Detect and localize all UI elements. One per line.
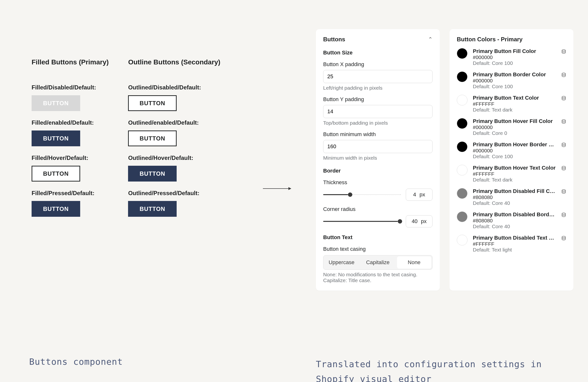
thickness-value-box[interactable]: 4 px <box>406 189 433 201</box>
outlined-enabled-button[interactable]: BUTTON <box>128 130 177 146</box>
color-swatch[interactable] <box>457 235 467 245</box>
filled-hover-label: Filled/Hover/Default: <box>32 154 88 161</box>
color-name: Primary Button Border Color <box>473 71 556 78</box>
database-icon[interactable] <box>561 166 566 170</box>
panel1-title: Buttons <box>323 36 345 43</box>
color-swatch[interactable] <box>457 71 467 82</box>
color-swatch[interactable] <box>457 48 467 59</box>
border-header: Border <box>323 168 433 174</box>
color-default: Default: Core 100 <box>473 84 556 89</box>
outline-title: Outline Buttons (Secondary) <box>128 58 220 66</box>
svg-point-4 <box>562 143 566 144</box>
filled-title: Filled Buttons (Primary) <box>32 58 109 66</box>
color-row[interactable]: Primary Button Disabled Fill Co…#808080D… <box>457 188 566 206</box>
database-icon[interactable] <box>561 49 566 54</box>
color-name: Primary Button Disabled Text … <box>473 235 556 241</box>
color-name: Primary Button Hover Text Color <box>473 165 556 171</box>
filled-enabled-label: Filled/enabled/Default: <box>32 119 94 126</box>
color-swatch[interactable] <box>457 188 467 199</box>
color-row[interactable]: Primary Button Hover Fill Color#000000De… <box>457 118 566 136</box>
color-swatch[interactable] <box>457 165 467 175</box>
radius-label: Corner radius <box>323 206 433 212</box>
button-text-header: Button Text <box>323 234 433 241</box>
svg-point-6 <box>562 190 566 191</box>
radius-value-box[interactable]: 40 px <box>406 215 433 228</box>
outlined-enabled-label: Outlined/enabled/Default: <box>128 119 199 126</box>
color-default: Default: Text dark <box>473 107 556 113</box>
color-swatch[interactable] <box>457 118 467 129</box>
radius-slider[interactable] <box>323 219 401 224</box>
database-icon[interactable] <box>561 72 566 77</box>
thickness-slider[interactable] <box>323 192 401 197</box>
color-swatch[interactable] <box>457 212 467 222</box>
casing-option-none[interactable]: None <box>397 256 431 269</box>
outline-column: Outline Buttons (Secondary) Outlined/Dis… <box>128 58 220 217</box>
casing-segmented-control[interactable]: Uppercase Capitalize None <box>323 255 433 270</box>
filled-disabled-label: Filled/Disabled/Default: <box>32 84 96 91</box>
color-row[interactable]: Primary Button Text Color#FFFFFFDefault:… <box>457 95 566 113</box>
casing-label: Button text casing <box>323 246 433 252</box>
database-icon[interactable] <box>561 212 566 217</box>
filled-pressed-button[interactable]: BUTTON <box>32 201 80 217</box>
color-swatch[interactable] <box>457 95 467 106</box>
color-default: Default: Core 0 <box>473 130 556 136</box>
outlined-pressed-label: Outlined/Pressed/Default: <box>128 190 199 197</box>
y-padding-input[interactable] <box>323 105 433 118</box>
color-meta: Primary Button Hover Fill Color#000000De… <box>473 118 556 136</box>
color-hex: #FFFFFF <box>473 101 556 107</box>
outlined-hover-button[interactable]: BUTTON <box>128 166 177 182</box>
color-meta: Primary Button Disabled Borde…#808080Def… <box>473 212 556 229</box>
database-icon[interactable] <box>561 142 566 147</box>
color-row[interactable]: Primary Button Disabled Text …#FFFFFFDef… <box>457 235 566 253</box>
color-hex: #808080 <box>473 194 556 200</box>
color-default: Default: Core 40 <box>473 200 556 206</box>
casing-option-capitalize[interactable]: Capitalize <box>360 256 395 269</box>
min-width-label: Button minimum width <box>323 131 433 138</box>
color-row[interactable]: Primary Button Hover Text Color#FFFFFFDe… <box>457 165 566 183</box>
casing-option-uppercase[interactable]: Uppercase <box>324 256 359 269</box>
database-icon[interactable] <box>561 236 566 241</box>
database-icon[interactable] <box>561 119 566 124</box>
x-padding-help: Left/right padding in pixels <box>323 85 433 91</box>
x-padding-input[interactable] <box>323 70 433 83</box>
color-default: Default: Core 100 <box>473 154 556 159</box>
color-swatch[interactable] <box>457 141 467 152</box>
color-meta: Primary Button Fill Color#000000Default:… <box>473 48 556 66</box>
min-width-input[interactable] <box>323 140 433 153</box>
database-icon[interactable] <box>561 96 566 101</box>
svg-point-2 <box>562 96 566 98</box>
color-meta: Primary Button Disabled Text …#FFFFFFDef… <box>473 235 556 253</box>
color-meta: Primary Button Disabled Fill Co…#808080D… <box>473 188 556 206</box>
outlined-pressed-button[interactable]: BUTTON <box>128 201 177 217</box>
y-padding-label: Button Y padding <box>323 96 433 103</box>
database-icon[interactable] <box>561 189 566 194</box>
casing-help: None: No modifications to the text casin… <box>323 272 433 283</box>
filled-column: Filled Buttons (Primary) Filled/Disabled… <box>32 58 109 217</box>
color-name: Primary Button Disabled Fill Co… <box>473 188 556 194</box>
min-width-help: Minimum width in pixels <box>323 155 433 161</box>
caption-left: Buttons component <box>29 357 123 367</box>
x-padding-label: Button X padding <box>323 61 433 67</box>
filled-disabled-button[interactable]: BUTTON <box>32 95 80 111</box>
color-default: Default: Core 40 <box>473 224 556 229</box>
color-row[interactable]: Primary Button Fill Color#000000Default:… <box>457 48 566 66</box>
filled-hover-button[interactable]: BUTTON <box>32 166 80 182</box>
button-size-header: Button Size <box>323 50 433 56</box>
color-name: Primary Button Fill Color <box>473 48 556 54</box>
color-row[interactable]: Primary Button Border Color#000000Defaul… <box>457 71 566 89</box>
svg-point-0 <box>562 50 566 51</box>
filled-enabled-button[interactable]: BUTTON <box>32 130 80 146</box>
outlined-disabled-button[interactable]: BUTTON <box>128 95 177 111</box>
svg-point-5 <box>562 166 566 168</box>
chevron-up-icon[interactable]: ⌃ <box>428 36 433 42</box>
outlined-disabled-label: Outlined/Disabled/Default: <box>128 84 201 91</box>
caption-right: Translated into configuration settings i… <box>316 357 559 382</box>
svg-point-7 <box>562 213 566 214</box>
radius-unit: px <box>421 218 427 225</box>
svg-point-8 <box>562 236 566 238</box>
color-default: Default: Core 100 <box>473 60 556 66</box>
panel2-title: Button Colors - Primary <box>457 36 566 43</box>
color-row[interactable]: Primary Button Disabled Borde…#808080Def… <box>457 212 566 229</box>
color-name: Primary Button Disabled Borde… <box>473 212 556 218</box>
color-row[interactable]: Primary Button Hover Border C…#000000Def… <box>457 141 566 159</box>
